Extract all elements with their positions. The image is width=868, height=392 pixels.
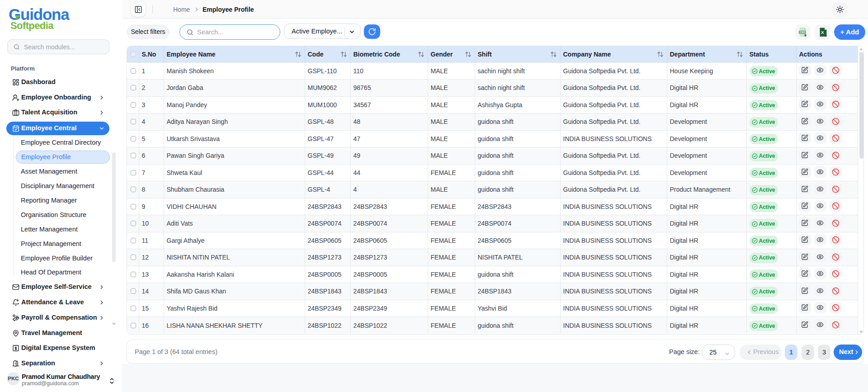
svg-text:CSV: CSV	[800, 31, 805, 33]
svg-text:X: X	[821, 30, 824, 35]
